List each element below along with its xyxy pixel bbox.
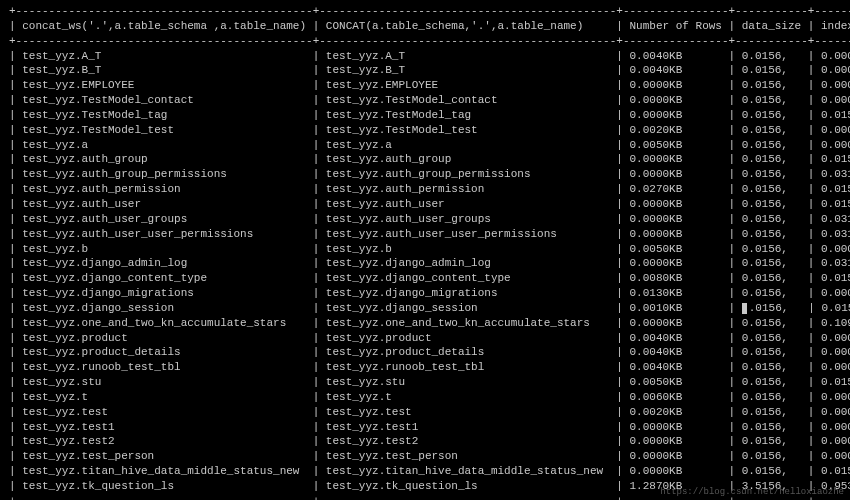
table-row: | test_yyz.runoob_test_tbl | test_yyz.ru… xyxy=(6,360,850,375)
separator-row: +---------------------------------------… xyxy=(6,34,850,49)
table-row: | test_yyz.auth_user | test_yyz.auth_use… xyxy=(6,197,850,212)
table-row: | test_yyz.stu | test_yyz.stu | 0.0050KB… xyxy=(6,375,850,390)
table-row: | test_yyz.TestModel_test | test_yyz.Tes… xyxy=(6,123,850,138)
sql-result-table: +---------------------------------------… xyxy=(6,4,850,500)
separator-row: +---------------------------------------… xyxy=(6,4,850,19)
table-row: | test_yyz.TestModel_contact | test_yyz.… xyxy=(6,93,850,108)
table-row: | test_yyz.b | test_yyz.b | 0.0050KB | 0… xyxy=(6,242,850,257)
table-row: | test_yyz.django_session | test_yyz.dja… xyxy=(6,301,850,316)
table-row: | test_yyz.product_details | test_yyz.pr… xyxy=(6,345,850,360)
table-row: | test_yyz.titan_hive_data_middle_status… xyxy=(6,464,850,479)
table-row: | test_yyz.a | test_yyz.a | 0.0050KB | 0… xyxy=(6,138,850,153)
table-row: | test_yyz.EMPLOYEE | test_yyz.EMPLOYEE … xyxy=(6,78,850,93)
table-row: | test_yyz.auth_group | test_yyz.auth_gr… xyxy=(6,152,850,167)
table-row: | test_yyz.product | test_yyz.product | … xyxy=(6,331,850,346)
table-row: | test_yyz.django_content_type | test_yy… xyxy=(6,271,850,286)
table-row: | test_yyz.django_admin_log | test_yyz.d… xyxy=(6,256,850,271)
table-row: | test_yyz.B_T | test_yyz.B_T | 0.0040KB… xyxy=(6,63,850,78)
table-row: | test_yyz.t | test_yyz.t | 0.0060KB | 0… xyxy=(6,390,850,405)
table-row: | test_yyz.auth_permission | test_yyz.au… xyxy=(6,182,850,197)
table-row: | test_yyz.auth_group_permissions | test… xyxy=(6,167,850,182)
table-row: | test_yyz.test2 | test_yyz.test2 | 0.00… xyxy=(6,434,850,449)
table-row: | test_yyz.auth_user_user_permissions | … xyxy=(6,227,850,242)
watermark: https://blog.csdn.net/helloxiaozhe xyxy=(660,486,844,498)
table-row: | test_yyz.one_and_two_kn_accumulate_sta… xyxy=(6,316,850,331)
text-cursor xyxy=(742,303,747,314)
table-row: | test_yyz.A_T | test_yyz.A_T | 0.0040KB… xyxy=(6,49,850,64)
table-header-row: | concat_ws('.',a.table_schema ,a.table_… xyxy=(6,19,850,34)
table-row: | test_yyz.django_migrations | test_yyz.… xyxy=(6,286,850,301)
table-row: | test_yyz.test | test_yyz.test | 0.0020… xyxy=(6,405,850,420)
table-row: | test_yyz.test_person | test_yyz.test_p… xyxy=(6,449,850,464)
table-row: | test_yyz.test1 | test_yyz.test1 | 0.00… xyxy=(6,420,850,435)
table-row: | test_yyz.auth_user_groups | test_yyz.a… xyxy=(6,212,850,227)
table-row: | test_yyz.TestModel_tag | test_yyz.Test… xyxy=(6,108,850,123)
